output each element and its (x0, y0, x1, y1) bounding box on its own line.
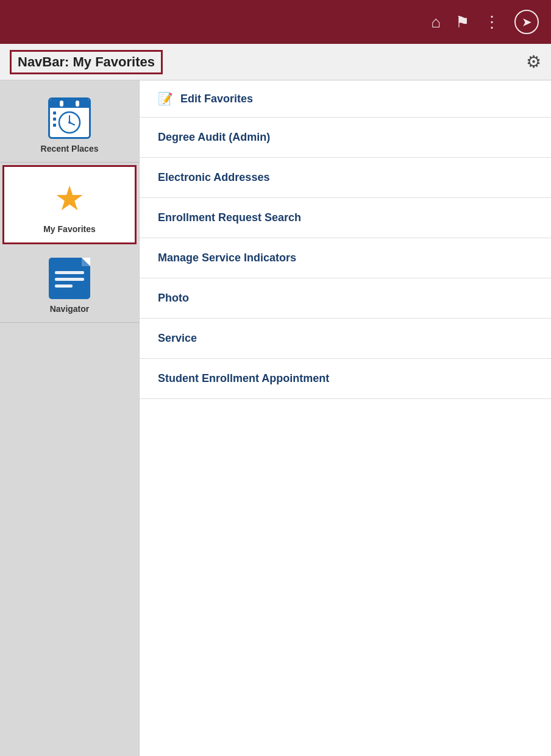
navbar-bar: NavBar: My Favorites ⚙ (0, 44, 551, 80)
electronic-addresses-label: Electronic Addresses (158, 171, 269, 184)
photo-label: Photo (158, 292, 189, 305)
menu-item-electronic-addresses[interactable]: Electronic Addresses (140, 158, 551, 198)
top-bar: ⌂ ⚑ ⋮ ➤ (0, 0, 551, 44)
sidebar-item-recent-places[interactable]: Recent Places (0, 87, 139, 163)
enrollment-request-label: Enrollment Request Search (158, 211, 301, 224)
manage-service-label: Manage Service Indicators (158, 252, 296, 264)
my-favorites-icon: ★ (48, 178, 91, 219)
navbar-title: NavBar: My Favorites (10, 50, 163, 74)
recent-places-label: Recent Places (41, 144, 99, 154)
compass-icon[interactable]: ➤ (514, 10, 539, 34)
gear-icon[interactable]: ⚙ (526, 52, 541, 72)
flag-icon[interactable]: ⚑ (455, 13, 469, 32)
navigator-icon (49, 258, 90, 299)
my-favorites-label: My Favorites (43, 224, 96, 234)
menu-item-service[interactable]: Service (140, 319, 551, 359)
sidebar-item-navigator[interactable]: Navigator (0, 247, 139, 323)
home-icon[interactable]: ⌂ (431, 13, 441, 32)
edit-icon: 📝 (158, 91, 173, 106)
menu-item-manage-service[interactable]: Manage Service Indicators (140, 238, 551, 278)
menu-item-degree-audit[interactable]: Degree Audit (Admin) (140, 118, 551, 158)
menu-item-enrollment-request[interactable]: Enrollment Request Search (140, 198, 551, 238)
degree-audit-label: Degree Audit (Admin) (158, 131, 270, 144)
menu-item-student-enrollment[interactable]: Student Enrollment Appointment (140, 359, 551, 399)
recent-places-icon (48, 97, 91, 139)
edit-favorites-label: Edit Favorites (180, 93, 253, 105)
sidebar-item-my-favorites[interactable]: ★ My Favorites (2, 165, 137, 244)
service-label: Service (158, 332, 197, 345)
menu-item-photo[interactable]: Photo (140, 278, 551, 319)
svg-point-3 (68, 121, 71, 124)
edit-favorites-item[interactable]: 📝 Edit Favorites (140, 80, 551, 118)
more-icon[interactable]: ⋮ (484, 13, 500, 32)
right-panel: 📝 Edit Favorites Degree Audit (Admin) El… (139, 80, 551, 756)
navigator-label: Navigator (50, 304, 90, 314)
sidebar: Recent Places ★ My Favorites N (0, 80, 139, 756)
student-enrollment-label: Student Enrollment Appointment (158, 372, 329, 385)
main-content: Recent Places ★ My Favorites N (0, 80, 551, 756)
